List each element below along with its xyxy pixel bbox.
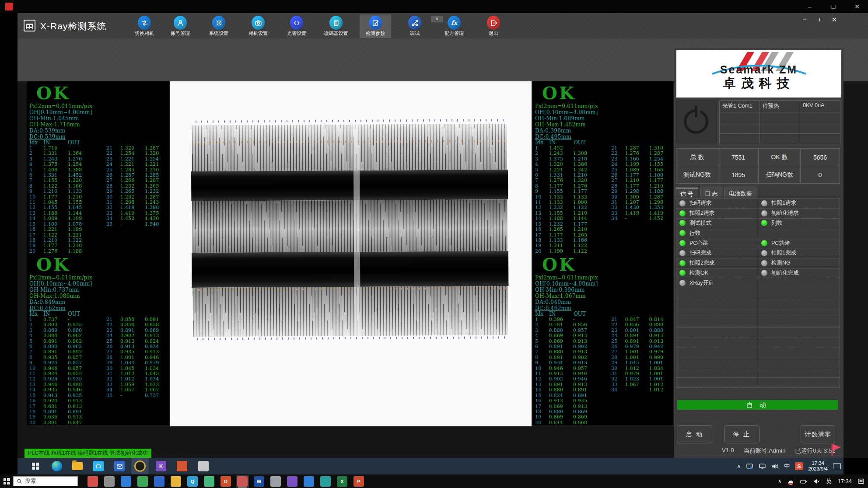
toolbar-item-光管设置[interactable]: 光管设置 <box>281 14 312 38</box>
inner-taskbar-start-icon[interactable] <box>29 460 42 472</box>
measure-header-line: OH-Max:1.067mm <box>535 293 673 299</box>
signal-row <box>676 298 841 308</box>
host-taskbar-app-icon[interactable] <box>204 476 214 487</box>
toolbar-item-系统设置[interactable]: 系统设置 <box>203 14 234 38</box>
tube-status-cell <box>719 133 760 144</box>
sogou-flag-icon[interactable] <box>830 443 843 457</box>
tab-battery-data[interactable]: 电池数据 <box>724 188 756 199</box>
signal-PC心跳: PC心跳 <box>676 238 758 248</box>
toolbar-item-切换相机[interactable]: 切换相机 <box>129 14 160 38</box>
app-maximize-button[interactable]: + <box>816 16 823 24</box>
action-center-icon[interactable] <box>833 463 841 469</box>
host-taskbar-app-icon[interactable] <box>287 476 298 487</box>
xray-bottom-electrode-fingers <box>192 286 508 337</box>
measure-header-line: OH[0.10mm~4.00mm] <box>535 109 673 115</box>
network-monitor-icon[interactable] <box>759 463 766 470</box>
host-start-button[interactable] <box>4 478 10 485</box>
stop-button[interactable]: 停 止 <box>724 425 760 443</box>
toolbar-item-账号管理[interactable]: 账号管理 <box>164 14 196 38</box>
toolbar-item-相机设置[interactable]: 相机设置 <box>242 14 274 38</box>
inner-taskbar-inspection-app-icon[interactable] <box>134 460 146 472</box>
qq-icon[interactable] <box>787 478 794 485</box>
tube-status-cell: 0KV 0uA <box>800 100 840 112</box>
nodes-icon <box>408 16 421 30</box>
tray-chevron-up-icon[interactable]: ∧ <box>737 463 741 469</box>
app-minimize-button[interactable]: − <box>801 16 808 24</box>
toolbar-expand-button[interactable]: ∨ <box>431 16 443 22</box>
table-row: 160.9240.913 <box>29 398 169 404</box>
signal-row <box>676 368 841 378</box>
host-taskbar-app-icon[interactable] <box>104 476 115 487</box>
host-minimize-button[interactable]: – <box>803 3 816 10</box>
host-taskbar-app-icon[interactable] <box>270 476 281 487</box>
host-taskbar-app-icon[interactable]: W <box>254 476 264 487</box>
host-taskbar-app-icon[interactable] <box>320 476 331 487</box>
counter-reset-button[interactable]: 计数清零 <box>801 425 835 443</box>
inner-taskbar-store-icon[interactable] <box>92 460 105 472</box>
signal-label: 行数 <box>690 230 700 237</box>
host-taskbar-app-icon[interactable]: D <box>220 476 231 487</box>
host-tray-chevron-up-icon[interactable]: ∧ <box>778 478 782 485</box>
measurement-section: OKPxl2mm=0.011mm/pixOH[0.10mm~4.00mm]OH-… <box>535 82 673 254</box>
host-taskbar-app-icon[interactable] <box>88 476 98 487</box>
total-count-value: 7551 <box>718 148 759 166</box>
host-taskbar-app-icon[interactable] <box>137 476 148 487</box>
inner-taskbar-app-orange-icon[interactable] <box>176 460 188 472</box>
inner-taskbar-mail-icon[interactable] <box>113 460 126 472</box>
tube-status-cell <box>760 112 800 123</box>
host-search-input[interactable]: 搜索 <box>13 476 78 486</box>
host-taskbar-app-icon[interactable]: Q <box>187 476 198 487</box>
host-taskbar-app-icon[interactable] <box>154 476 164 487</box>
signal-empty-cell <box>758 318 840 328</box>
signal-dot <box>761 210 767 216</box>
signal-dot <box>761 240 767 246</box>
host-taskbar-app-icon[interactable]: P <box>354 476 364 487</box>
signal-拍照2请求: 拍照2请求 <box>676 208 758 219</box>
inner-taskbar-file-explorer-icon[interactable] <box>71 460 84 472</box>
signal-列数: 列数 <box>758 218 840 229</box>
host-taskbar-app-icon[interactable] <box>304 476 314 487</box>
host-time[interactable]: 17:34 <box>837 478 852 485</box>
signal-row: 检测OK初始化完成 <box>676 268 841 279</box>
tab-signal[interactable]: 信 号 <box>676 188 698 199</box>
host-taskbar-app-icon[interactable] <box>121 476 131 487</box>
signal-label: 拍照2请求 <box>690 209 714 217</box>
inner-taskbar-edge-icon[interactable] <box>51 460 63 472</box>
signal-label: PC就绪 <box>771 240 790 247</box>
table-row: 191.1771.210 <box>29 243 169 248</box>
brand-name-en: Seamark ZM <box>676 63 841 76</box>
inner-taskbar-photos-icon[interactable] <box>197 460 210 472</box>
inner-clock[interactable]: 17:34 2023/9/4 <box>808 460 828 472</box>
table-row: 160.9130.935 <box>535 398 673 404</box>
toolbar-item-检测参数[interactable]: 检测参数 <box>360 14 391 38</box>
table-row: 41.3751.254241.2211.221 <box>29 162 169 167</box>
signal-XRay开启: XRay开启 <box>676 278 758 288</box>
toolbar-item-读码器设置[interactable]: 读码器设置 <box>320 14 352 38</box>
signal-empty-cell <box>758 298 840 308</box>
host-maximize-button[interactable]: □ <box>827 3 840 10</box>
cast-icon[interactable] <box>746 463 753 470</box>
sogou-input-icon[interactable]: S <box>795 462 803 470</box>
start-button[interactable]: 启 动 <box>677 425 712 443</box>
xray-power-button[interactable] <box>676 101 717 143</box>
signal-empty-cell <box>676 308 758 318</box>
inner-taskbar-kingsoft-icon[interactable]: K <box>155 460 167 472</box>
table-row: 120.9240.935321.0121.034 <box>29 376 169 382</box>
host-ime-indicator[interactable]: 英 <box>826 478 832 485</box>
signal-label: 测试模式 <box>690 220 711 227</box>
ime-indicator[interactable]: 中 <box>784 462 790 470</box>
toolbar-item-退出[interactable]: 退出 <box>478 14 509 38</box>
host-taskbar-app-icon[interactable]: X <box>337 476 347 487</box>
host-close-button[interactable]: ✕ <box>850 3 864 10</box>
volume-icon[interactable] <box>771 463 779 470</box>
app-close-button[interactable]: ✕ <box>830 16 838 24</box>
battery-icon[interactable] <box>800 478 807 485</box>
brand-logo: Seamark ZM 卓茂科技 <box>676 50 841 98</box>
toolbar-item-调试[interactable]: 调试 <box>399 14 430 38</box>
host-notification-icon[interactable] <box>858 478 864 485</box>
tab-log[interactable]: 日 志 <box>700 188 723 199</box>
muted-volume-icon[interactable] <box>813 478 820 485</box>
host-taskbar-app-icon[interactable] <box>237 476 248 487</box>
signal-拍照1完成: 拍照1完成 <box>758 248 840 258</box>
host-taskbar-app-icon[interactable] <box>171 476 181 487</box>
